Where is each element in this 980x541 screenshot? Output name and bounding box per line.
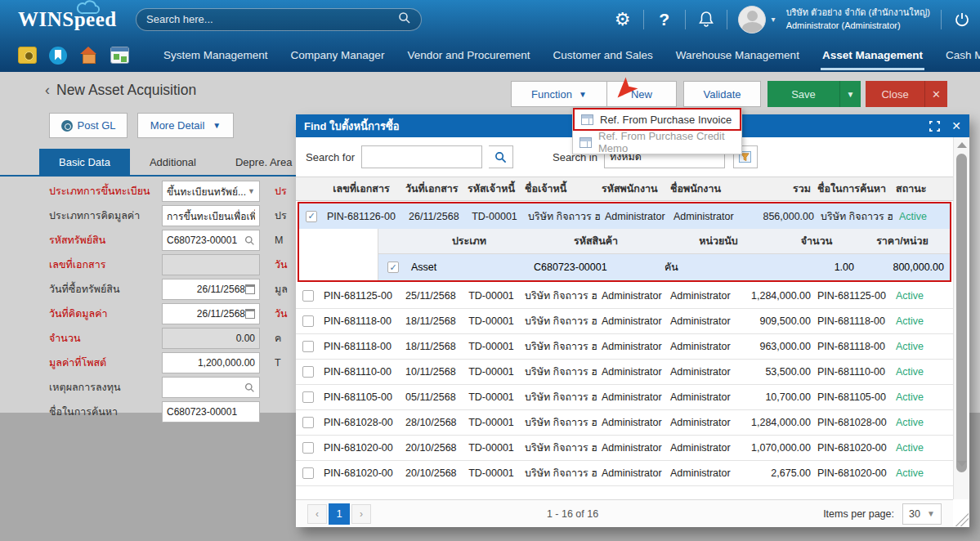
row-checkbox-checked[interactable]: ✓ (306, 211, 317, 222)
form-field-input[interactable]: C680723-00001 (162, 401, 260, 423)
row-checkbox[interactable] (302, 366, 314, 378)
nav-item[interactable]: Warehouse Management (665, 38, 811, 72)
maximize-icon[interactable] (929, 121, 940, 132)
table-row[interactable]: PIN-681125-00 25/11/2568 TD-00001 บริษัท… (296, 284, 953, 309)
notifications-bell-icon[interactable] (696, 10, 716, 29)
form-field-input[interactable] (162, 254, 260, 275)
table-row-selected[interactable]: ✓ PIN-681126-00 26/11/2568 TD-00001 บริษ… (299, 203, 950, 229)
table-row[interactable]: PIN-681028-00 28/10/2568 TD-00001 บริษัท… (296, 410, 953, 436)
scroll-down-icon[interactable] (957, 461, 967, 467)
row-checkbox[interactable] (302, 467, 314, 479)
items-per-page-select[interactable]: 30 ▼ (902, 503, 942, 525)
company-user-info: บริษัท ตัวอย่าง จำกัด (สำนักงานใหญ่) Adm… (786, 7, 930, 33)
calendar-app-icon[interactable] (110, 47, 129, 64)
nav-item[interactable]: Asset Management (811, 38, 934, 72)
col-total[interactable]: รวม (739, 181, 814, 197)
nav-item[interactable]: Company Manager (280, 38, 396, 72)
resize-grip[interactable] (954, 512, 969, 526)
more-detail-button[interactable]: More Detail▼ (137, 113, 234, 138)
col-doc-no[interactable]: เลขที่เอกสาร (320, 181, 402, 197)
row-checkbox[interactable] (302, 417, 314, 428)
col-doc-date[interactable]: วันที่เอกสาร (402, 181, 461, 197)
calendar-icon[interactable] (245, 309, 255, 319)
form-field-input[interactable]: 1,200,000.00 (162, 352, 260, 373)
validate-button[interactable]: Validate (683, 81, 761, 107)
form-field-input[interactable]: การขึ้นทะเบียนเพื่อเพิ่ม (162, 205, 260, 226)
col-status[interactable]: สถานะ (893, 181, 937, 197)
search-icon[interactable] (244, 382, 255, 393)
table-row[interactable]: PIN-681020-00 20/10/2568 TD-00001 บริษัท… (296, 461, 953, 486)
row-checkbox[interactable] (302, 442, 314, 454)
close-icon[interactable]: ✕ (951, 119, 961, 132)
row-checkbox[interactable] (302, 341, 314, 352)
table-row[interactable]: PIN-681110-00 10/11/2568 TD-00001 บริษัท… (296, 360, 953, 385)
menu-item[interactable]: Ref. From Purchase Invoice (573, 108, 741, 131)
nav-item[interactable]: Cash Management (934, 38, 980, 72)
avatar[interactable] (738, 6, 766, 34)
col-emp-code[interactable]: รหัสพนักงาน (598, 181, 667, 197)
search-icon[interactable] (244, 235, 255, 246)
form-field-input[interactable]: ขึ้นทะเบียนทรัพย์... ▼ (162, 181, 260, 202)
col-emp-name[interactable]: ชื่อพนักงาน (667, 181, 739, 197)
close-x-button[interactable]: ✕ (924, 81, 947, 107)
row-checkbox[interactable] (302, 391, 314, 403)
form-field-input[interactable]: 26/11/2568 (162, 303, 260, 324)
function-dropdown-menu: Ref. From Purchase Invoice Ref. From Pur… (572, 107, 742, 154)
search-icon[interactable] (398, 11, 411, 28)
subtable-row[interactable]: ✓ Asset C680723-00001 คัน 1.00 800,000.0… (378, 254, 950, 280)
tab[interactable]: Additional (130, 149, 216, 176)
scroll-up-icon[interactable] (957, 142, 967, 148)
nav-item[interactable]: Customer and Sales (541, 38, 664, 72)
form-row: รหัสทรัพย์สิน C680723-00001 (49, 228, 260, 253)
dialog-scrollbar[interactable] (953, 137, 969, 499)
form-field-label: วันที่ซื้อทรัพย์สิน (49, 281, 162, 297)
col-vendor-name[interactable]: ชื่อเจ้าหนี้ (521, 181, 598, 197)
form-row: ชื่อในการค้นหา C680723-00001 (49, 400, 260, 424)
search-for-input[interactable] (361, 145, 482, 168)
help-icon[interactable]: ? (655, 10, 674, 29)
save-button[interactable]: Save (767, 81, 839, 107)
divider (727, 10, 727, 29)
logo: WINSpeed (18, 8, 124, 31)
function-button[interactable]: Function▼ (511, 81, 607, 107)
tab[interactable]: Basic Data (39, 149, 130, 176)
chevron-down-icon[interactable]: ▼ (248, 187, 255, 195)
global-search-input[interactable]: Search here... (136, 8, 422, 31)
search-icon[interactable] (489, 145, 513, 168)
post-gl-button[interactable]: Post GL (49, 113, 128, 138)
form-field-input[interactable]: 0.00 (162, 328, 260, 349)
form-field-input[interactable]: 26/11/2568 (162, 279, 260, 300)
col-search-name[interactable]: ชื่อในการค้นหา (814, 181, 893, 197)
form-field-label: วัน (275, 302, 288, 326)
table-row[interactable]: PIN-681105-00 05/11/2568 TD-00001 บริษัท… (296, 385, 953, 410)
table-row[interactable]: PIN-681020-00 20/10/2568 TD-00001 บริษัท… (296, 436, 953, 461)
row-checkbox[interactable] (302, 290, 314, 302)
nav-item[interactable]: Vendor and Procurement (396, 38, 541, 72)
post-gl-icon (61, 120, 73, 132)
subcol-type: ประเภท (408, 233, 530, 249)
scrollbar-thumb[interactable] (956, 154, 967, 472)
chevron-down-icon[interactable]: ▾ (772, 15, 776, 24)
recent-folder-icon[interactable] (18, 47, 37, 64)
col-vendor-code[interactable]: รหัสเจ้าหนี้ (461, 181, 521, 197)
subrow-checkbox-checked[interactable]: ✓ (387, 262, 399, 273)
close-button[interactable]: Close (866, 81, 924, 107)
action-toolbar: Function▼ New Validate Save ▼ Close ✕ (511, 81, 947, 107)
record-toolbar: Post GL More Detail▼ (49, 113, 234, 138)
settings-gear-icon[interactable]: ⚙ (613, 10, 633, 29)
form-field-input[interactable] (162, 377, 260, 398)
bookmark-icon[interactable] (49, 47, 67, 65)
row-checkbox[interactable] (302, 315, 314, 327)
form-field-label: วันที่คิดมูลค่า (49, 306, 162, 322)
menu-item[interactable]: Ref. From Purchase Credit Memo (573, 131, 741, 154)
back-chevron-icon[interactable]: ‹ (45, 82, 50, 99)
logout-power-icon[interactable] (952, 10, 972, 29)
form-field-input[interactable]: C680723-00001 (162, 230, 260, 251)
nav-item[interactable]: System Management (152, 38, 280, 72)
home-icon[interactable] (79, 47, 98, 64)
save-dropdown-button[interactable]: ▼ (839, 81, 861, 107)
table-row[interactable]: PIN-681118-00 18/11/2568 TD-00001 บริษัท… (296, 309, 953, 334)
table-row[interactable]: PIN-681118-00 18/11/2568 TD-00001 บริษัท… (296, 334, 953, 360)
search-for-label: Search for (306, 151, 355, 163)
calendar-icon[interactable] (245, 284, 255, 294)
